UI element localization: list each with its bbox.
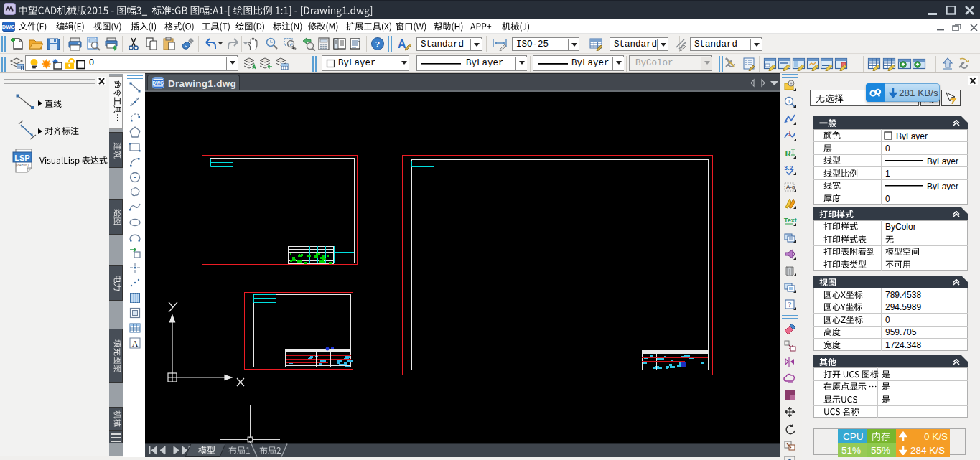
svg-text:?: ?	[375, 39, 381, 50]
svg-text:ByLayer: ByLayer	[927, 156, 958, 165]
svg-text:?: ?	[788, 301, 792, 309]
svg-text:DWG: DWG	[2, 24, 15, 30]
svg-text:ByLayer: ByLayer	[896, 131, 928, 140]
svg-text:(defun): (defun)	[16, 164, 29, 167]
svg-text:ByLayer: ByLayer	[927, 182, 958, 190]
svg-text:A-a: A-a	[786, 184, 795, 190]
svg-text:A: A	[132, 339, 139, 349]
svg-text:LSP: LSP	[14, 154, 29, 162]
svg-text:3.2: 3.2	[784, 164, 793, 172]
svg-text:1: 1	[788, 98, 791, 105]
svg-text:A: A	[398, 38, 406, 50]
svg-text:DWG: DWG	[152, 80, 164, 85]
svg-text:R: R	[785, 148, 792, 159]
svg-text:Text: Text	[784, 217, 797, 224]
